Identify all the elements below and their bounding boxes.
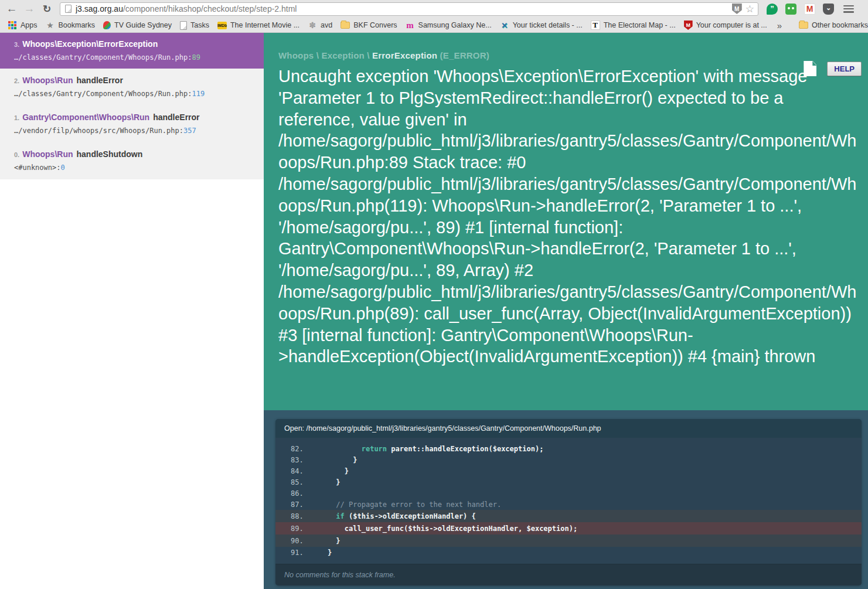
apps-grid-icon bbox=[8, 21, 17, 30]
bookmark-item[interactable]: The Internet Movie ... bbox=[213, 20, 304, 30]
other-bookmarks-folder[interactable]: Other bookmarks bbox=[795, 20, 868, 30]
code-file-header: Open: /home/sagorg/public_html/j3/librar… bbox=[275, 419, 862, 438]
help-button[interactable]: HELP bbox=[827, 62, 862, 76]
bookmark-item[interactable]: Your ticket details - ... bbox=[496, 19, 587, 31]
bookmark-label: The Internet Movie ... bbox=[230, 21, 299, 29]
stack-frame[interactable]: 0.Whoops\RunhandleShutdown <#unknown>:0 bbox=[0, 142, 264, 179]
bookmark-label: Your computer is at ... bbox=[696, 21, 767, 29]
page-icon bbox=[180, 21, 187, 30]
gmail-extension-icon[interactable] bbox=[804, 4, 815, 15]
exception-class: ErrorException bbox=[372, 50, 437, 60]
frame-title: 3.Whoops\Exception\ErrorException bbox=[14, 39, 254, 50]
bookmark-star-outline-icon[interactable]: ☆ bbox=[746, 4, 754, 14]
frames-container: 3.Whoops\Exception\ErrorException …/clas… bbox=[0, 33, 264, 179]
code-line: 84. } bbox=[275, 465, 862, 476]
bookmark-label: Apps bbox=[21, 21, 38, 29]
bookmark-label: Bookmarks bbox=[59, 21, 96, 29]
bookmarks-overflow-chevron[interactable]: » bbox=[771, 21, 788, 30]
copy-exception-icon[interactable] bbox=[804, 61, 816, 76]
frame-title: 0.Whoops\RunhandleShutdown bbox=[14, 149, 254, 160]
frame-index: 0. bbox=[14, 151, 19, 158]
bookmark-label: BKF Convers bbox=[353, 21, 397, 29]
star-icon bbox=[46, 21, 55, 30]
code-details-section: Open: /home/sagorg/public_html/j3/librar… bbox=[264, 410, 868, 589]
code-line-content: } bbox=[311, 455, 862, 465]
frame-line-number: 0 bbox=[60, 164, 64, 172]
bookmark-item[interactable]: BKF Convers bbox=[336, 20, 401, 30]
url-bar[interactable]: j3.sag.org.au/component/hikashop/checkou… bbox=[60, 2, 758, 16]
frame-line-number: 89 bbox=[192, 53, 200, 62]
frame-method: handleError bbox=[153, 113, 199, 122]
frame-title: 2.Whoops\RunhandleError bbox=[14, 76, 254, 86]
nyt-icon bbox=[591, 21, 600, 30]
code-line: 88. if ($this->oldExceptionHandler) { bbox=[275, 510, 862, 522]
code-line-content: } bbox=[311, 467, 862, 476]
code-line-content: if ($this->oldExceptionHandler) { bbox=[311, 512, 862, 521]
frame-comments: No comments for this stack frame. bbox=[275, 564, 862, 585]
browser-chrome: ← → ↻ j3.sag.org.au/component/hikashop/c… bbox=[0, 0, 868, 33]
bookmark-item[interactable]: Your computer is at ... bbox=[680, 19, 771, 31]
stack-frames-sidebar: 3.Whoops\Exception\ErrorException …/clas… bbox=[0, 33, 264, 589]
pocket-extension-icon[interactable] bbox=[823, 4, 834, 15]
bookmark-item[interactable]: Samsung Galaxy Ne... bbox=[401, 19, 496, 31]
code-line: 85. } bbox=[275, 476, 862, 488]
url-text[interactable]: j3.sag.org.au/component/hikashop/checkou… bbox=[76, 4, 732, 13]
bookmark-item[interactable]: The Electoral Map - ... bbox=[587, 19, 680, 31]
bookmarks-bar: Apps Bookmarks TV Guide Sydney Tasks The… bbox=[0, 18, 868, 33]
hangouts-extension-icon[interactable] bbox=[767, 4, 778, 15]
page-favicon-icon bbox=[65, 5, 72, 13]
stack-frame[interactable]: 1.Gantry\Component\Whoops\RunhandleError… bbox=[0, 105, 264, 142]
frame-file-path: <#unknown>:0 bbox=[14, 164, 254, 172]
extension-icons bbox=[767, 4, 834, 15]
exception-breadcrumb: Whoops \ Exception \ ErrorException (E_E… bbox=[278, 50, 862, 60]
exception-message-area: Whoops \ Exception \ ErrorException (E_E… bbox=[264, 33, 868, 410]
frame-index: 3. bbox=[14, 41, 19, 48]
exception-detail-panel: Whoops \ Exception \ ErrorException (E_E… bbox=[264, 33, 868, 589]
frame-file-path: …/classes/Gantry/Component/Whoops/Run.ph… bbox=[14, 90, 254, 98]
bookmark-item[interactable]: TV Guide Sydney bbox=[99, 20, 176, 30]
ticketek-icon bbox=[500, 21, 509, 30]
browser-toolbar: ← → ↻ j3.sag.org.au/component/hikashop/c… bbox=[0, 0, 868, 18]
frame-index: 2. bbox=[14, 77, 19, 84]
imdb-icon bbox=[217, 22, 227, 29]
code-listing: 82. return parent::handleException($exce… bbox=[275, 438, 862, 564]
bookmark-label: Your ticket details - ... bbox=[513, 21, 583, 29]
code-line: 90. } bbox=[275, 534, 862, 547]
exception-severity: (E_ERROR) bbox=[437, 50, 489, 60]
roboform-extension-icon[interactable] bbox=[785, 4, 796, 15]
code-line: 89. call_user_func($this->oldExceptionHa… bbox=[275, 522, 862, 534]
code-line-content: } bbox=[311, 536, 862, 546]
open-file-link[interactable]: /home/sagorg/public_html/j3/libraries/ga… bbox=[307, 424, 601, 433]
bookmark-label: Tasks bbox=[190, 21, 209, 29]
forward-button[interactable]: → bbox=[22, 2, 36, 16]
exception-message: Uncaught exception 'Whoops\Exception\Err… bbox=[278, 66, 862, 367]
code-line-number: 91. bbox=[275, 548, 311, 557]
exception-namespace: Whoops \ Exception \ bbox=[278, 50, 372, 60]
bookmark-label: The Electoral Map - ... bbox=[604, 21, 676, 29]
reload-button[interactable]: ↻ bbox=[40, 2, 54, 16]
url-path: /component/hikashop/checkout/step/step-2… bbox=[123, 4, 297, 13]
bookmark-item[interactable]: avd bbox=[304, 19, 336, 31]
browser-menu-button[interactable] bbox=[842, 4, 855, 15]
bookmark-item[interactable]: Bookmarks bbox=[42, 19, 100, 31]
frame-line-number: 357 bbox=[183, 127, 196, 135]
code-line-content: call_user_func($this->oldExceptionHandle… bbox=[311, 524, 862, 533]
code-line-number: 88. bbox=[275, 512, 311, 521]
code-line-number: 89. bbox=[275, 524, 311, 533]
frame-method: handleShutdown bbox=[77, 149, 143, 159]
back-button[interactable]: ← bbox=[5, 2, 19, 16]
stack-frame[interactable]: 3.Whoops\Exception\ErrorException …/clas… bbox=[0, 33, 264, 69]
mcafee-siteadvisor-shield-icon[interactable]: M bbox=[732, 4, 742, 14]
bookmark-item[interactable]: Apps bbox=[4, 19, 42, 31]
bookmark-label: avd bbox=[321, 21, 332, 29]
stack-frame[interactable]: 2.Whoops\RunhandleError …/classes/Gantry… bbox=[0, 69, 264, 105]
code-line-number: 86. bbox=[275, 489, 311, 498]
code-line-number: 84. bbox=[275, 467, 311, 476]
frame-index: 1. bbox=[14, 114, 19, 121]
frame-line-number: 119 bbox=[192, 90, 205, 98]
url-host: j3.sag.org.au bbox=[76, 4, 123, 13]
code-line: 91. } bbox=[275, 547, 862, 558]
bookmark-item[interactable]: Tasks bbox=[176, 20, 213, 31]
whoops-error-page: 3.Whoops\Exception\ErrorException …/clas… bbox=[0, 33, 868, 589]
code-line-number: 82. bbox=[275, 444, 311, 454]
